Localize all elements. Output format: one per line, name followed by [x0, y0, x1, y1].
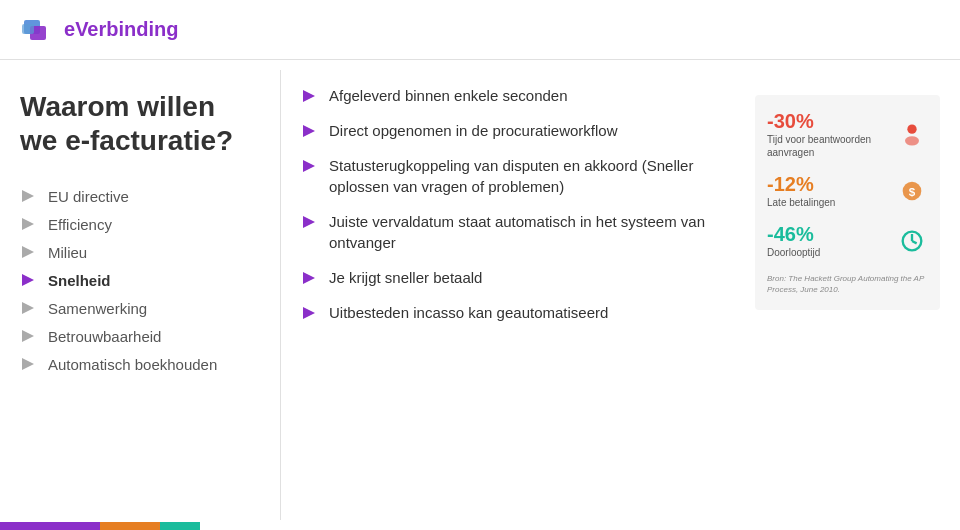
bar-teal — [160, 522, 200, 530]
header: eVerbinding — [0, 0, 960, 60]
nav-item-label: Efficiency — [48, 216, 112, 233]
svg-rect-2 — [22, 24, 34, 34]
bullet-text: Juiste vervaldatum staat automatisch in … — [329, 211, 735, 253]
stat-item: -30% Tijd voor beantwoorden aanvragen — [767, 110, 928, 159]
arrow-icon — [301, 157, 319, 175]
svg-marker-13 — [303, 216, 315, 228]
main-title: Waarom willen we e-facturatie? — [20, 90, 260, 157]
bar-purple — [0, 522, 100, 530]
stat-label: Late betalingen — [767, 196, 888, 209]
left-panel: Waarom willen we e-facturatie? EU direct… — [0, 60, 280, 530]
nav-list: EU directive Efficiency Milieu Snelheid … — [20, 187, 260, 373]
arrow-icon — [20, 299, 38, 317]
arrow-icon — [301, 122, 319, 140]
stat-info: -12% Late betalingen — [767, 173, 888, 209]
nav-item[interactable]: Efficiency — [20, 215, 260, 233]
svg-point-16 — [907, 124, 916, 133]
bullet-item: Direct opgenomen in de procuratieworkflo… — [301, 120, 735, 141]
arrow-icon — [301, 304, 319, 322]
logo-brand-verbinding: Verbinding — [75, 18, 178, 40]
right-panel: Afgeleverd binnen enkele seconden Direct… — [281, 60, 960, 530]
stat-percent: -30% — [767, 110, 888, 133]
bullet-text: Je krijgt sneller betaald — [329, 267, 735, 288]
bullet-item: Statusterugkoppeling van disputen en akk… — [301, 155, 735, 197]
nav-item[interactable]: Snelheid — [20, 271, 260, 289]
bullet-item: Je krijgt sneller betaald — [301, 267, 735, 288]
stat-percent: -46% — [767, 223, 888, 246]
arrow-icon — [20, 355, 38, 373]
svg-line-22 — [912, 241, 917, 243]
nav-item-label: Snelheid — [48, 272, 111, 289]
logo-brand-e: e — [64, 18, 75, 40]
nav-item-label: Betrouwbaarheid — [48, 328, 161, 345]
stat-label: Tijd voor beantwoorden aanvragen — [767, 133, 888, 159]
nav-item-label: EU directive — [48, 188, 129, 205]
svg-marker-15 — [303, 307, 315, 319]
svg-marker-5 — [22, 246, 34, 258]
arrow-icon — [20, 243, 38, 261]
bullet-item: Afgeleverd binnen enkele seconden — [301, 85, 735, 106]
arrow-icon — [20, 215, 38, 233]
main-content: Waarom willen we e-facturatie? EU direct… — [0, 60, 960, 530]
svg-marker-14 — [303, 272, 315, 284]
nav-item[interactable]: Automatisch boekhouden — [20, 355, 260, 373]
svg-marker-9 — [22, 358, 34, 370]
stats-card: -30% Tijd voor beantwoorden aanvragen -1… — [755, 95, 940, 310]
svg-marker-6 — [22, 274, 34, 286]
stat-percent: -12% — [767, 173, 888, 196]
arrow-icon — [301, 87, 319, 105]
nav-item[interactable]: Samenwerking — [20, 299, 260, 317]
person-icon — [896, 121, 928, 149]
svg-marker-11 — [303, 125, 315, 137]
logo-icon — [20, 12, 56, 48]
bullet-item: Uitbesteden incasso kan geautomatiseerd — [301, 302, 735, 323]
bullet-list: Afgeleverd binnen enkele seconden Direct… — [301, 85, 735, 510]
arrow-icon — [20, 271, 38, 289]
svg-marker-10 — [303, 90, 315, 102]
logo-text: eVerbinding — [64, 18, 178, 41]
svg-marker-8 — [22, 330, 34, 342]
nav-item[interactable]: EU directive — [20, 187, 260, 205]
arrow-icon — [20, 187, 38, 205]
nav-item[interactable]: Betrouwbaarheid — [20, 327, 260, 345]
stat-info: -30% Tijd voor beantwoorden aanvragen — [767, 110, 888, 159]
coin-icon: $ — [896, 177, 928, 205]
stat-item: -46% Doorlooptijd — [767, 223, 928, 259]
arrow-icon — [301, 269, 319, 287]
bullet-text: Direct opgenomen in de procuratieworkflo… — [329, 120, 735, 141]
svg-point-17 — [905, 136, 919, 145]
arrow-icon — [20, 327, 38, 345]
source-text: Bron: The Hackett Group Automating the A… — [767, 273, 928, 295]
bullet-item: Juiste vervaldatum staat automatisch in … — [301, 211, 735, 253]
arrow-icon — [301, 213, 319, 231]
bottom-bar — [0, 522, 200, 530]
svg-marker-4 — [22, 218, 34, 230]
nav-item-label: Automatisch boekhouden — [48, 356, 217, 373]
nav-item-label: Milieu — [48, 244, 87, 261]
svg-marker-12 — [303, 160, 315, 172]
stat-info: -46% Doorlooptijd — [767, 223, 888, 259]
nav-item[interactable]: Milieu — [20, 243, 260, 261]
bullet-text: Statusterugkoppeling van disputen en akk… — [329, 155, 735, 197]
bar-orange — [100, 522, 160, 530]
logo: eVerbinding — [20, 12, 178, 48]
stat-label: Doorlooptijd — [767, 246, 888, 259]
svg-text:$: $ — [909, 185, 916, 198]
svg-marker-7 — [22, 302, 34, 314]
clock-icon — [896, 227, 928, 255]
nav-item-label: Samenwerking — [48, 300, 147, 317]
svg-marker-3 — [22, 190, 34, 202]
bullet-text: Afgeleverd binnen enkele seconden — [329, 85, 735, 106]
stat-item: -12% Late betalingen $ — [767, 173, 928, 209]
bullet-text: Uitbesteden incasso kan geautomatiseerd — [329, 302, 735, 323]
